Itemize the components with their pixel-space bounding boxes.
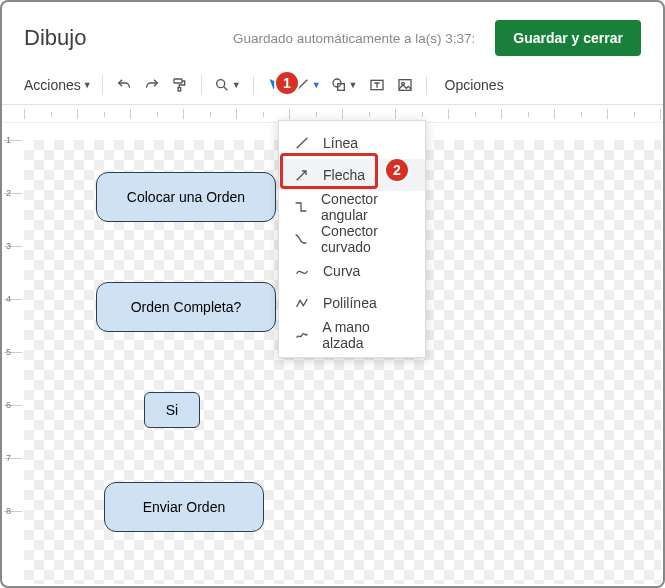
shape-text: Si — [166, 402, 178, 418]
svg-rect-10 — [399, 80, 411, 91]
menu-label: A mano alzada — [322, 319, 411, 351]
dialog-header: Dibujo Guardado automáticamente a la(s) … — [2, 2, 663, 68]
menu-label: Conector curvado — [321, 223, 411, 255]
actions-menu[interactable]: Acciones ▼ — [22, 73, 94, 97]
svg-line-3 — [224, 87, 227, 90]
menu-label: Flecha — [323, 167, 365, 183]
textbox-tool[interactable] — [364, 72, 390, 98]
image-icon — [397, 77, 413, 93]
curved-connector-icon — [293, 231, 309, 247]
ruler-tick: 3 — [130, 109, 183, 119]
ruler-tick: 2 — [77, 109, 130, 119]
ruler-tick: 8 — [395, 109, 448, 119]
ruler-tick: 1 — [4, 140, 22, 193]
paint-format-button[interactable] — [167, 72, 193, 98]
ruler-tick: 8 — [4, 511, 22, 564]
toolbar: Acciones ▼ ▼ ▼ ▼ Opciones — [2, 68, 663, 105]
ruler-tick: 5 — [236, 109, 289, 119]
ruler-tick: 9 — [448, 109, 501, 119]
ruler-tick: 4 — [4, 299, 22, 352]
scribble-icon — [293, 327, 310, 343]
annotation-badge-2: 2 — [384, 157, 410, 183]
line-tool-menu: Línea Flecha Conector angular Conector c… — [278, 120, 426, 358]
annotation-badge-1: 1 — [274, 70, 300, 96]
shape-text: Enviar Orden — [143, 499, 225, 515]
menu-label: Polilínea — [323, 295, 377, 311]
menu-item-scribble[interactable]: A mano alzada — [279, 319, 425, 351]
autosave-status: Guardado automáticamente a la(s) 3:37: — [96, 31, 485, 46]
caret-down-icon: ▼ — [83, 80, 92, 90]
curve-icon — [293, 263, 311, 279]
menu-item-polyline[interactable]: Polilínea — [279, 287, 425, 319]
actions-label: Acciones — [24, 77, 81, 93]
redo-icon — [144, 77, 160, 93]
line-icon — [293, 135, 311, 151]
ruler-tick: 1 — [24, 109, 77, 119]
shape-tool[interactable]: ▼ — [327, 72, 362, 98]
zoom-icon — [214, 77, 230, 93]
ruler-tick: 5 — [4, 352, 22, 405]
shape-text: Colocar una Orden — [127, 189, 245, 205]
ruler-tick: 6 — [4, 405, 22, 458]
menu-item-curved-connector[interactable]: Conector curvado — [279, 223, 425, 255]
shape-text: Orden Completa? — [131, 299, 242, 315]
separator — [253, 75, 254, 95]
menu-item-curve[interactable]: Curva — [279, 255, 425, 287]
ruler-tick: 7 — [4, 458, 22, 511]
separator — [102, 75, 103, 95]
svg-line-13 — [297, 171, 306, 180]
image-tool[interactable] — [392, 72, 418, 98]
ruler-tick: 10 — [501, 109, 554, 119]
ruler-tick: 7 — [342, 109, 395, 119]
svg-rect-1 — [178, 88, 181, 91]
shape-rounded-rect[interactable]: Orden Completa? — [96, 282, 276, 332]
caret-down-icon: ▼ — [349, 80, 358, 90]
textbox-icon — [369, 77, 385, 93]
caret-down-icon: ▼ — [232, 80, 241, 90]
menu-label: Conector angular — [321, 191, 411, 223]
ruler-tick: 2 — [4, 193, 22, 246]
shape-rounded-rect[interactable]: Si — [144, 392, 200, 428]
ruler-tick: 12 — [607, 109, 660, 119]
more-options[interactable]: Opciones — [439, 73, 510, 97]
undo-icon — [116, 77, 132, 93]
svg-line-12 — [297, 138, 308, 149]
shape-rounded-rect[interactable]: Colocar una Orden — [96, 172, 276, 222]
svg-rect-0 — [174, 79, 182, 83]
vertical-ruler: 12345678 — [4, 140, 22, 586]
undo-button[interactable] — [111, 72, 137, 98]
elbow-connector-icon — [293, 199, 309, 215]
ruler-tick: 11 — [554, 109, 607, 119]
polyline-icon — [293, 295, 311, 311]
ruler-tick: 13 — [660, 109, 663, 119]
shape-rounded-rect[interactable]: Enviar Orden — [104, 482, 264, 532]
menu-item-line[interactable]: Línea — [279, 127, 425, 159]
arrow-icon — [293, 167, 311, 183]
caret-down-icon: ▼ — [312, 80, 321, 90]
svg-point-2 — [216, 80, 224, 88]
shape-icon — [331, 77, 347, 93]
ruler-tick: 4 — [183, 109, 236, 119]
separator — [201, 75, 202, 95]
ruler-tick: 3 — [4, 246, 22, 299]
paint-roller-icon — [172, 77, 188, 93]
ruler-tick: 6 — [289, 109, 342, 119]
menu-label: Curva — [323, 263, 360, 279]
menu-label: Línea — [323, 135, 358, 151]
separator — [426, 75, 427, 95]
redo-button[interactable] — [139, 72, 165, 98]
zoom-button[interactable]: ▼ — [210, 72, 245, 98]
menu-item-elbow-connector[interactable]: Conector angular — [279, 191, 425, 223]
save-and-close-button[interactable]: Guardar y cerrar — [495, 20, 641, 56]
dialog-title: Dibujo — [24, 25, 86, 51]
